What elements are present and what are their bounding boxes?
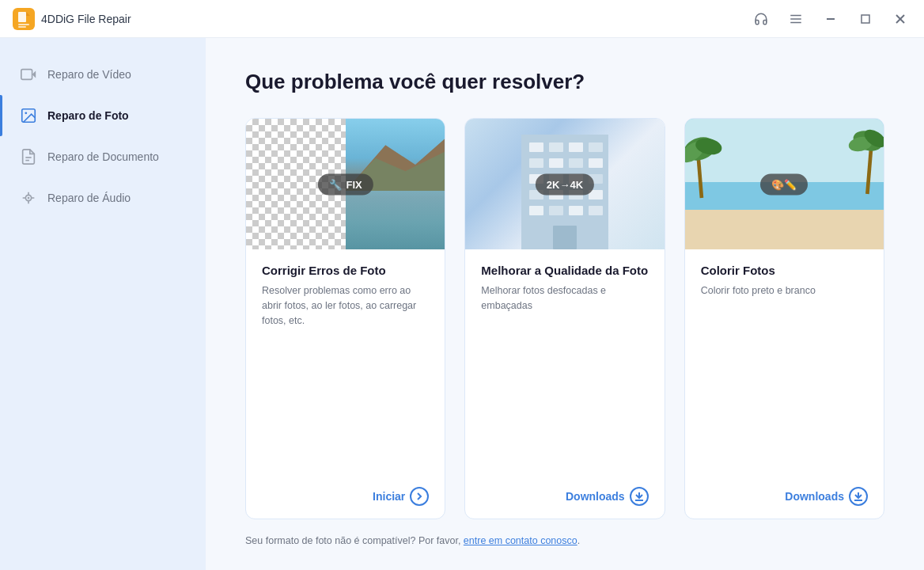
app-title: 4DDiG File Repair — [41, 13, 131, 25]
svg-rect-40 — [549, 206, 563, 215]
svg-rect-27 — [529, 158, 543, 168]
svg-rect-1 — [18, 12, 26, 22]
svg-rect-42 — [589, 206, 603, 215]
document-icon — [19, 147, 38, 166]
svg-point-19 — [28, 197, 30, 200]
svg-rect-48 — [685, 210, 884, 249]
card2-body: Melhorar a Qualidade da Foto Melhorar fo… — [465, 249, 664, 519]
video-icon — [19, 65, 38, 84]
card3-action-label: Downloads — [785, 490, 844, 503]
audio-icon — [19, 188, 38, 207]
menu-button[interactable] — [785, 8, 807, 30]
card3-image-container: 🎨✏️ — [685, 119, 884, 249]
card1-action[interactable]: Iniciar — [262, 487, 429, 506]
sidebar-label-video: Reparo de Vídeo — [47, 68, 131, 81]
card-improve-quality[interactable]: 2K→4K Melhorar a Qualidade da Foto Melho… — [464, 118, 665, 519]
card3-badge-icon: 🎨✏️ — [771, 178, 797, 190]
card3-action-icon — [849, 487, 868, 506]
svg-rect-30 — [589, 158, 603, 168]
titlebar-controls — [750, 8, 911, 30]
headset-button[interactable] — [750, 8, 772, 30]
card2-title: Melhorar a Qualidade da Foto — [481, 264, 648, 277]
card3-body: Colorir Fotos Colorir foto preto e branc… — [685, 249, 884, 519]
svg-rect-41 — [569, 206, 583, 215]
svg-rect-12 — [21, 70, 32, 80]
card1-badge-label: FIX — [346, 178, 362, 190]
svg-rect-25 — [569, 142, 583, 152]
sidebar-item-audio[interactable]: Reparo de Áudio — [0, 177, 206, 218]
card2-desc: Melhorar fotos desfocadas e embaçadas — [481, 283, 648, 474]
card1-action-label: Iniciar — [373, 490, 405, 503]
cards-row: 🔧 FIX Corrigir Erros de Foto Resolver pr… — [245, 118, 884, 519]
card2-action-label: Downloads — [566, 490, 625, 503]
card3-desc: Colorir foto preto e branco — [701, 283, 868, 474]
card2-badge-label: 2K→4K — [547, 178, 583, 190]
svg-rect-9 — [862, 15, 869, 23]
card3-badge: 🎨✏️ — [760, 173, 808, 195]
titlebar: 4DDiG File Repair — [0, 0, 924, 38]
card-fix-errors[interactable]: 🔧 FIX Corrigir Erros de Foto Resolver pr… — [245, 118, 445, 519]
content-area: Que problema você quer resolver? — [206, 38, 924, 570]
card-colorize[interactable]: 🎨✏️ Colorir Fotos Colorir foto preto e b… — [684, 118, 884, 519]
svg-rect-4 — [18, 26, 26, 28]
card2-badge: 2K→4K — [536, 173, 594, 195]
card3-title: Colorir Fotos — [701, 264, 868, 277]
footer-text: Seu formato de foto não é compatível? Po… — [245, 535, 464, 546]
card1-image-container: 🔧 FIX — [246, 119, 445, 249]
card2-action-icon — [630, 487, 649, 506]
card1-action-icon — [410, 487, 429, 506]
close-button[interactable] — [889, 8, 911, 30]
footer: Seu formato de foto não é compatível? Po… — [245, 519, 884, 546]
svg-rect-39 — [529, 206, 543, 215]
wrench-icon: 🔧 — [329, 178, 342, 190]
card1-desc: Resolver problemas como erro ao abrir fo… — [262, 283, 429, 474]
minimize-button[interactable] — [820, 8, 842, 30]
sidebar-item-photo[interactable]: Reparo de Foto — [0, 95, 206, 136]
maximize-button[interactable] — [854, 8, 877, 30]
card3-action[interactable]: Downloads — [701, 487, 868, 506]
card1-badge: 🔧 FIX — [318, 173, 373, 195]
sidebar-item-document[interactable]: Reparo de Documento — [0, 136, 206, 177]
svg-rect-28 — [549, 158, 563, 168]
sidebar-item-video[interactable]: Reparo de Vídeo — [0, 54, 206, 95]
sidebar-label-document: Reparo de Documento — [47, 150, 159, 163]
card1-body: Corrigir Erros de Foto Resolver problema… — [246, 249, 445, 519]
card2-image-container: 2K→4K — [465, 119, 664, 249]
sidebar-label-photo: Reparo de Foto — [47, 109, 129, 122]
card2-action[interactable]: Downloads — [481, 487, 648, 506]
svg-rect-23 — [529, 142, 543, 152]
main-layout: Reparo de Vídeo Reparo de Foto — [0, 38, 924, 570]
footer-text-end: . — [578, 535, 580, 546]
page-title: Que problema você quer resolver? — [245, 70, 884, 94]
svg-rect-26 — [589, 142, 603, 152]
svg-point-15 — [25, 112, 27, 114]
svg-rect-3 — [18, 24, 29, 25]
svg-rect-29 — [569, 158, 583, 168]
sidebar-label-audio: Reparo de Áudio — [47, 192, 131, 204]
contact-link[interactable]: entre em contato conosco — [464, 535, 578, 546]
titlebar-left: 4DDiG File Repair — [13, 8, 131, 30]
photo-icon — [19, 106, 38, 125]
card1-title: Corrigir Erros de Foto — [262, 264, 429, 277]
svg-rect-43 — [553, 226, 577, 249]
sidebar: Reparo de Vídeo Reparo de Foto — [0, 38, 206, 570]
svg-rect-24 — [549, 142, 563, 152]
app-icon — [13, 8, 35, 30]
water-reflection — [346, 191, 445, 249]
